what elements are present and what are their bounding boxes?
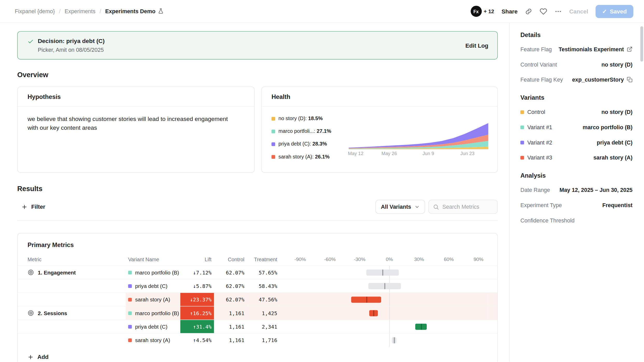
zero-line [389, 293, 390, 306]
variant-label: Control [520, 109, 545, 115]
control-cell: 62.07% [214, 279, 247, 293]
search-metrics-input[interactable] [442, 204, 492, 210]
main-content: Decision: priya debt (C) Picker, Amit on… [0, 23, 509, 362]
target-icon [27, 310, 34, 316]
variant-color-swatch [520, 141, 524, 144]
axis-tick-label: 60% [444, 256, 454, 262]
page-title: Experiments Demo [105, 8, 156, 15]
x-axis-label: May 12 [348, 151, 363, 156]
variant-slot-name: Control [527, 109, 545, 115]
breadcrumb-current: Experiments Demo [105, 8, 164, 15]
lift-axis: -90%-60%-30%0%30%60%90% [280, 254, 488, 265]
chevron-down-icon [414, 204, 420, 209]
breadcrumb-project[interactable]: Fixpanel {demo} [15, 8, 55, 15]
more-options-icon[interactable] [555, 8, 562, 15]
plus-icon [21, 204, 27, 210]
variant-value: no story (D) [601, 109, 633, 115]
confidence-chart-cell [280, 334, 488, 347]
column-metric: Metric [18, 254, 126, 265]
scrollbar[interactable] [640, 25, 643, 359]
legend-color-swatch [271, 155, 275, 158]
date-range-label: Date Range [520, 187, 550, 193]
lift-value: ↓7.12% [193, 269, 212, 276]
variant-cell: priya debt (C) [126, 320, 180, 333]
column-control: Control [214, 254, 247, 265]
metric-row[interactable]: priya debt (C)↓5.87%62.07%58.43% [18, 279, 497, 292]
metric-name: 2. Sessions [38, 310, 67, 316]
control-variant-value: no story (D) [601, 61, 633, 68]
cancel-button[interactable]: Cancel [569, 8, 588, 15]
filter-button[interactable]: Filter [17, 201, 50, 212]
date-range-row: Date Range May 12, 2025 – Jun 30, 2025 [520, 186, 632, 194]
point-estimate-tick [373, 310, 374, 316]
confidence-chart-cell [280, 293, 488, 306]
metric-row[interactable]: priya debt (C)↑31.4%1,1612,341 [18, 320, 497, 333]
row-padding [487, 320, 497, 333]
target-icon [27, 269, 34, 276]
lift-cell: ↓5.87% [180, 279, 214, 293]
treatment-cell: 47.56% [247, 293, 280, 306]
check-icon: ✓ [602, 8, 607, 15]
variant-slot-name: Variant #1 [527, 124, 552, 130]
metric-row[interactable]: sarah story (A)↑4.54%1,1611,716 [18, 333, 497, 346]
axis-tick-label: -30% [354, 256, 365, 262]
health-x-axis-labels: May 12May 26Jun 9Jun 23 [349, 151, 488, 157]
copy-icon[interactable] [627, 77, 632, 82]
experiment-flask-icon [158, 8, 164, 15]
scrollbar-thumb[interactable] [640, 26, 643, 61]
variant-label: Variant #3 [520, 154, 552, 161]
metrics-table-body: 1. Engagementmarco portfolio (B)↓7.12%62… [18, 265, 497, 347]
variant-color-swatch [520, 110, 524, 114]
legend-value: 27.1% [317, 128, 331, 134]
variant-label: Variant #1 [520, 124, 552, 130]
top-bar: Fixpanel {demo} / Experiments / Experime… [0, 0, 644, 23]
legend-label: sarah story (A): 26.1% [278, 154, 330, 160]
breadcrumb-separator: / [59, 8, 60, 15]
treatment-value: 57.65% [259, 269, 277, 276]
details-sidebar: Details Feature Flag Testimonials Experi… [509, 23, 644, 362]
variant-slot-name: Variant #3 [527, 154, 552, 161]
share-button[interactable]: Share [502, 8, 518, 15]
x-axis-label: Jun 23 [460, 151, 474, 156]
treatment-cell: 57.65% [247, 266, 280, 279]
metrics-search [428, 200, 498, 214]
axis-tick-label: 90% [474, 256, 484, 262]
copy-link-icon[interactable] [525, 8, 533, 15]
variant-cell: sarah story (A) [126, 334, 180, 347]
feature-flag-value[interactable]: Testimonials Experiment [559, 46, 624, 52]
avatar[interactable]: Fx [471, 6, 482, 17]
treatment-value: 2,341 [262, 323, 277, 330]
favorite-heart-icon[interactable] [540, 8, 547, 15]
collaborators[interactable]: Fx + 12 [471, 6, 494, 17]
metric-row[interactable]: 2. Sessionsmarco portfolio (B)↑16.25%1,1… [18, 306, 497, 320]
variant-row: Variant #2priya debt (C) [520, 139, 632, 146]
treatment-cell: 1,425 [247, 306, 280, 320]
variant-label: Variant #2 [520, 139, 552, 146]
control-value: 62.07% [226, 296, 244, 303]
lift-cell: ↑4.54% [180, 334, 214, 347]
breadcrumb-experiments[interactable]: Experiments [65, 8, 95, 15]
saved-button[interactable]: ✓ Saved [596, 5, 633, 18]
legend-value: 26.1% [315, 154, 330, 160]
metric-row[interactable]: sarah story (A)↓23.37%62.07%47.56% [18, 293, 497, 306]
row-padding [487, 266, 497, 279]
variant-value: marco portfolio (B) [583, 124, 632, 130]
decision-check-icon [27, 39, 34, 45]
external-link-icon[interactable] [627, 46, 632, 52]
health-legend-item: no story (D): 18.5% [271, 116, 345, 121]
add-metric-button[interactable]: Add [18, 347, 58, 362]
metric-row[interactable]: 1. Engagementmarco portfolio (B)↓7.12%62… [18, 265, 497, 279]
lift-cell: ↓7.12% [180, 266, 214, 279]
x-axis-label: Jun 9 [423, 151, 434, 156]
variants-dropdown[interactable]: All Variants [376, 200, 425, 214]
feature-flag-key-row: Feature Flag Key exp_customerStory [520, 76, 632, 83]
row-padding [487, 279, 497, 293]
metric-cell [18, 279, 126, 293]
metrics-table-header: Metric Variant Name Lift Control Treatme… [18, 254, 497, 265]
legend-label: no story (D): 18.5% [278, 116, 323, 121]
hypothesis-card-title: Hypothesis [18, 87, 254, 107]
edit-log-button[interactable]: Edit Log [465, 42, 488, 49]
metric-cell: 1. Engagement [18, 266, 126, 279]
lift-value: ↓23.37% [190, 296, 211, 303]
legend-value: 18.5% [308, 116, 323, 121]
